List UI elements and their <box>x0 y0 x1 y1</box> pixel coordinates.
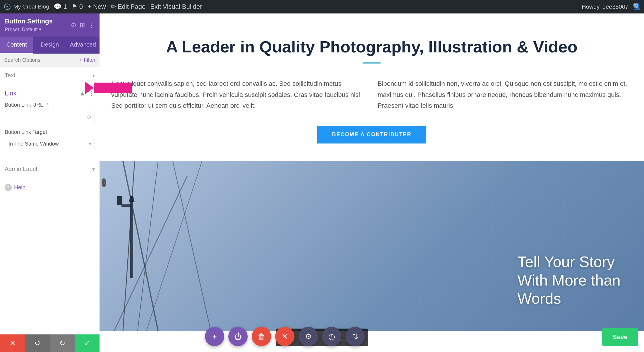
hero-section: A Leader in Quality Photography, Illustr… <box>100 13 644 161</box>
new-item[interactable]: + New <box>88 3 106 11</box>
edit-page-label: Edit Page <box>118 3 145 11</box>
cables-svg <box>100 161 334 331</box>
new-label: + New <box>88 3 106 11</box>
fab-close-button[interactable]: ✕ <box>275 327 294 346</box>
fab-settings-button[interactable]: ⚙ <box>299 327 318 346</box>
button-link-url-more-icon[interactable]: ⋮ <box>50 101 56 108</box>
sidebar-header-text: Button Settings Preset: Default ▾ <box>5 18 53 33</box>
tab-content[interactable]: Content <box>0 37 33 54</box>
text-chevron-icon: ▾ <box>92 72 95 79</box>
admin-label-label: Admin Label <box>5 166 37 172</box>
text-section-label: Text <box>5 72 16 79</box>
bottom-bar: ✕ ↺ ↻ ✓ <box>0 334 100 352</box>
svg-marker-11 <box>129 196 135 202</box>
become-contributor-button[interactable]: BECOME A CONTRIBUTER <box>317 126 426 143</box>
fab-power-button[interactable]: ⏻ <box>228 327 248 346</box>
link-label: Link <box>5 90 16 97</box>
sidebar-header: Button Settings Preset: Default ▾ ⊙ ⊞ ⋮ <box>0 13 100 37</box>
hero-divider <box>363 62 381 64</box>
admin-label-chevron-icon: ▾ <box>92 166 95 172</box>
search-options-input[interactable] <box>4 57 77 63</box>
blog-name: My Great Blog <box>13 4 49 10</box>
spam-item[interactable]: ⚑ 0 <box>72 3 83 11</box>
pencil-icon: ✏ <box>111 3 116 11</box>
filter-button[interactable]: + Filter <box>79 57 95 63</box>
search-button-top[interactable]: 🔍 <box>629 0 644 13</box>
exit-builder-label: Exit Visual Builder <box>150 3 202 11</box>
pink-arrow-head <box>85 81 94 94</box>
sidebar-preset[interactable]: Preset: Default ▾ <box>5 26 53 33</box>
button-link-url-input-wrap: ⊙ <box>5 111 95 123</box>
undo-button[interactable]: ↺ <box>25 334 50 352</box>
target-icon[interactable]: ⊙ <box>71 21 76 29</box>
hero-columns: Nam aliquet convallis sapien, sed laoree… <box>111 78 632 111</box>
help-circle-icon[interactable]: ? <box>5 184 12 191</box>
pink-arrow-indicator <box>85 81 132 94</box>
grid-icon[interactable]: ⊞ <box>80 21 85 29</box>
overlay-line1: Tell Your Story <box>517 253 621 271</box>
button-link-target-select[interactable]: In The Same Window In The New Tab <box>5 138 95 150</box>
fab-arrows-button[interactable]: ⇅ <box>345 327 365 346</box>
text-section-header[interactable]: Text ▾ <box>0 67 100 84</box>
admin-label-section-header[interactable]: Admin Label ▾ <box>5 160 95 178</box>
overlay-line3: Words <box>517 289 621 307</box>
howdy-text: Howdy, dee35007 <box>582 4 628 10</box>
wp-logo-icon <box>3 2 12 11</box>
image-section: Tell Your Story With More than Words <box>100 161 644 331</box>
button-link-target-label-row: Button Link Target <box>5 129 95 135</box>
fab-clock-button[interactable]: ◷ <box>322 327 341 346</box>
button-link-url-help-icon[interactable]: ? <box>45 102 48 107</box>
resize-handle[interactable]: ↔ <box>100 13 103 352</box>
spam-icon: ⚑ <box>72 3 78 11</box>
link-collapse-icon[interactable]: ▲ <box>79 90 85 97</box>
search-row: + Filter <box>0 54 100 67</box>
fab-trash-button[interactable]: 🗑 <box>252 327 271 346</box>
pink-arrow-body <box>94 83 132 93</box>
sidebar-title: Button Settings <box>5 18 53 25</box>
main-content: A Leader in Quality Photography, Illustr… <box>100 13 644 352</box>
svg-line-5 <box>114 176 187 331</box>
help-label[interactable]: Help <box>14 184 25 191</box>
comment-icon: 💬 <box>54 3 61 11</box>
wp-logo-item[interactable]: My Great Blog <box>3 2 49 11</box>
sidebar-content: Text ▾ Link ▲ ⋮ Button Link URL ? ⋮ <box>0 67 100 352</box>
button-link-url-label: Button Link URL <box>5 102 43 108</box>
svg-rect-10 <box>117 196 122 205</box>
hero-col-1: Nam aliquet convallis sapien, sed laoree… <box>111 78 366 111</box>
drag-arrows-icon: ↔ <box>102 180 106 185</box>
comments-item[interactable]: 💬 1 <box>54 3 67 11</box>
hero-col-2: Bibendum id sollicitudin non, viverra ac… <box>378 78 632 111</box>
button-link-target-label: Button Link Target <box>5 129 47 135</box>
edit-page-item[interactable]: ✏ Edit Page <box>111 3 145 11</box>
link-input-icon[interactable]: ⊙ <box>87 114 91 120</box>
svg-rect-8 <box>130 196 133 278</box>
button-link-url-input[interactable] <box>5 111 95 123</box>
sidebar: Button Settings Preset: Default ▾ ⊙ ⊞ ⋮ … <box>0 13 100 352</box>
overlay-line2: With More than <box>517 271 621 289</box>
svg-point-1 <box>7 6 8 7</box>
link-section: Link ▲ ⋮ Button Link URL ? ⋮ ⊙ <box>0 84 100 160</box>
button-link-url-field: Button Link URL ? ⋮ ⊙ <box>5 101 95 123</box>
tab-design[interactable]: Design <box>33 37 66 54</box>
sidebar-tabs: Content Design Advanced <box>0 37 100 54</box>
button-link-target-select-wrap: In The Same Window In The New Tab ▾ <box>5 138 95 150</box>
more-icon[interactable]: ⋮ <box>88 21 95 29</box>
exit-builder-item[interactable]: Exit Visual Builder <box>150 3 202 11</box>
admin-label-section: Admin Label ▾ <box>0 160 100 178</box>
svg-line-7 <box>173 161 211 331</box>
hero-title: A Leader in Quality Photography, Illustr… <box>111 37 632 57</box>
comments-count: 1 <box>63 3 67 11</box>
tab-advanced[interactable]: Advanced <box>66 37 100 54</box>
button-link-target-field: Button Link Target In The Same Window In… <box>5 129 95 150</box>
save-button[interactable]: Save <box>602 328 638 346</box>
fab-group: + ⏻ 🗑 ✕ ⚙ ◷ ⇅ <box>205 327 365 346</box>
drag-handle-icon: ↔ <box>102 178 106 187</box>
cancel-button[interactable]: ✕ <box>0 334 25 352</box>
redo-button[interactable]: ↻ <box>50 334 75 352</box>
fab-add-button[interactable]: + <box>205 327 224 346</box>
help-row: ? Help <box>0 178 100 197</box>
spam-count: 0 <box>79 3 83 11</box>
confirm-button[interactable]: ✓ <box>75 334 100 352</box>
link-section-header: Link ▲ ⋮ <box>5 84 95 101</box>
svg-rect-9 <box>121 204 131 207</box>
